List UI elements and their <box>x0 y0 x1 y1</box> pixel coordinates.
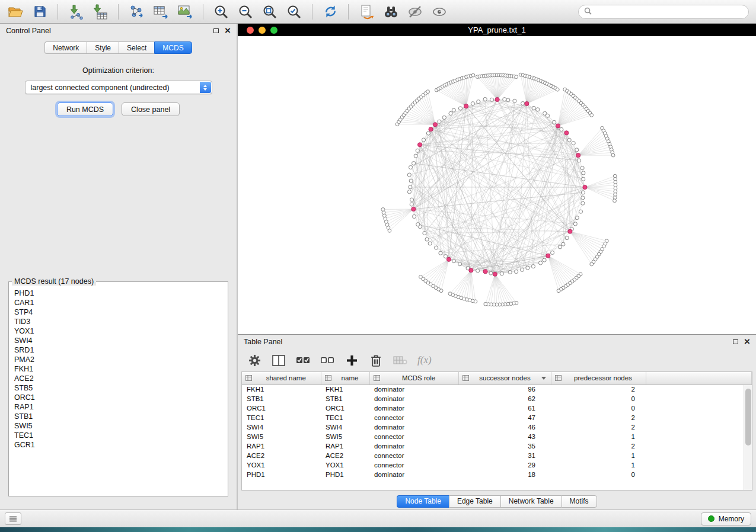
column-header-name[interactable]: name <box>321 372 369 384</box>
add-column-plus-icon[interactable] <box>344 353 359 367</box>
window-minimize-button[interactable] <box>259 27 266 34</box>
hide-details-icon[interactable] <box>407 4 423 20</box>
column-header-mcds-role[interactable]: MCDS role <box>369 372 458 384</box>
cell-predecessor-nodes[interactable]: 0 <box>551 394 646 403</box>
export-network-icon[interactable] <box>128 4 145 20</box>
cell-predecessor-nodes[interactable]: 0 <box>551 470 646 479</box>
function-builder-icon[interactable]: f(x) <box>417 354 432 366</box>
column-header-successor-nodes[interactable]: successor nodes <box>458 372 551 384</box>
zoom-in-icon[interactable] <box>213 4 229 20</box>
cell-mcds-role[interactable]: dominator <box>369 394 458 403</box>
cell-successor-nodes[interactable]: 96 <box>458 384 551 394</box>
cell-successor-nodes[interactable]: 31 <box>458 451 551 460</box>
cell-shared-name[interactable]: FKH1 <box>242 384 321 394</box>
mcds-result-item[interactable]: CAR1 <box>14 298 222 307</box>
cell-name[interactable]: FKH1 <box>321 384 369 394</box>
table-row[interactable]: ACE2 ACE2 connector 31 1 <box>242 451 752 460</box>
delete-table-icon[interactable] <box>393 353 407 367</box>
tab-node-table[interactable]: Node Table <box>397 495 449 508</box>
cell-successor-nodes[interactable]: 46 <box>458 422 551 432</box>
mcds-result-item[interactable]: RAP1 <box>14 402 222 412</box>
select-all-icon[interactable] <box>296 353 310 367</box>
cell-name[interactable]: YOX1 <box>321 460 369 470</box>
float-table-panel-icon[interactable] <box>733 339 738 344</box>
window-close-button[interactable] <box>247 27 254 34</box>
delete-column-trash-icon[interactable] <box>369 353 383 367</box>
mcds-result-item[interactable]: STB1 <box>14 412 222 421</box>
cell-successor-nodes[interactable]: 47 <box>458 413 551 422</box>
mcds-result-item[interactable]: ORC1 <box>14 393 222 402</box>
table-row[interactable]: TEC1 TEC1 connector 47 2 <box>242 413 752 422</box>
cell-shared-name[interactable]: SWI5 <box>242 432 321 441</box>
table-row[interactable]: YOX1 YOX1 connector 29 1 <box>242 460 752 470</box>
cell-shared-name[interactable]: YOX1 <box>242 460 321 470</box>
cell-name[interactable]: STB1 <box>321 394 369 403</box>
cell-name[interactable]: SWI5 <box>321 432 369 441</box>
mcds-result-item[interactable]: SWI5 <box>14 421 222 431</box>
memory-button[interactable]: Memory <box>701 512 751 525</box>
close-panel-button[interactable]: Close panel <box>122 102 180 116</box>
status-menu-button[interactable] <box>5 512 21 525</box>
tab-select[interactable]: Select <box>119 41 154 54</box>
cell-predecessor-nodes[interactable]: 0 <box>551 403 646 413</box>
cell-name[interactable]: ACE2 <box>321 451 369 460</box>
cell-shared-name[interactable]: STB1 <box>242 394 321 403</box>
scrollbar-thumb[interactable] <box>745 389 751 446</box>
cell-mcds-role[interactable]: dominator <box>369 384 458 394</box>
close-table-panel-icon[interactable]: × <box>744 338 750 345</box>
refresh-icon[interactable] <box>322 4 339 20</box>
cell-predecessor-nodes[interactable]: 1 <box>551 460 646 470</box>
cell-successor-nodes[interactable]: 61 <box>458 403 551 413</box>
sort-descending-icon[interactable] <box>541 377 546 380</box>
cell-mcds-role[interactable]: connector <box>369 432 458 441</box>
export-image-icon[interactable] <box>177 4 193 20</box>
tab-network[interactable]: Network <box>44 41 87 54</box>
mcds-result-item[interactable]: TID3 <box>14 317 222 326</box>
table-row[interactable]: PHD1 PHD1 dominator 18 0 <box>242 470 752 479</box>
optimization-criterion-select[interactable]: largest connected component (undirected) <box>25 81 212 94</box>
cell-shared-name[interactable]: PHD1 <box>242 470 321 479</box>
search-binoculars-icon[interactable] <box>382 4 399 20</box>
mcds-result-item[interactable]: FKH1 <box>14 364 222 374</box>
cell-predecessor-nodes[interactable]: 2 <box>551 384 646 394</box>
cell-mcds-role[interactable]: dominator <box>369 441 458 451</box>
mcds-result-item[interactable]: TEC1 <box>14 431 222 440</box>
cell-shared-name[interactable]: ACE2 <box>242 451 321 460</box>
import-table-file-icon[interactable] <box>92 4 109 20</box>
mcds-result-item[interactable]: YOX1 <box>14 326 222 336</box>
cell-name[interactable]: SWI4 <box>321 422 369 432</box>
mcds-result-item[interactable]: SWI4 <box>14 336 222 345</box>
cell-shared-name[interactable]: SWI4 <box>242 422 321 432</box>
mcds-result-item[interactable]: STP4 <box>14 307 222 317</box>
clone-network-icon[interactable] <box>358 4 375 20</box>
cell-mcds-role[interactable]: connector <box>369 451 458 460</box>
mcds-result-item[interactable]: GCR1 <box>14 440 222 450</box>
mcds-result-item[interactable]: ACE2 <box>14 374 222 383</box>
zoom-fit-icon[interactable] <box>261 4 278 20</box>
tab-mcds[interactable]: MCDS <box>154 41 192 54</box>
cell-name[interactable]: RAP1 <box>321 441 369 451</box>
close-panel-icon[interactable]: × <box>225 27 231 34</box>
cell-name[interactable]: PHD1 <box>321 470 369 479</box>
cell-successor-nodes[interactable]: 43 <box>458 432 551 441</box>
cell-predecessor-nodes[interactable]: 2 <box>551 422 646 432</box>
cell-successor-nodes[interactable]: 62 <box>458 394 551 403</box>
table-row[interactable]: SWI5 SWI5 connector 43 1 <box>242 432 752 441</box>
cell-mcds-role[interactable]: connector <box>369 460 458 470</box>
mcds-result-item[interactable]: SRD1 <box>14 345 222 355</box>
table-row[interactable]: SWI4 SWI4 dominator 46 2 <box>242 422 752 432</box>
deselect-all-icon[interactable] <box>320 353 334 367</box>
table-row[interactable]: RAP1 RAP1 dominator 35 2 <box>242 441 752 451</box>
table-row[interactable]: STB1 STB1 dominator 62 0 <box>242 394 752 403</box>
mcds-result-item[interactable]: STB5 <box>14 383 222 393</box>
tab-style[interactable]: Style <box>87 41 119 54</box>
cell-mcds-role[interactable]: connector <box>369 413 458 422</box>
window-zoom-button[interactable] <box>270 27 277 34</box>
cell-shared-name[interactable]: ORC1 <box>242 403 321 413</box>
table-row[interactable]: ORC1 ORC1 dominator 61 0 <box>242 403 752 413</box>
cell-name[interactable]: ORC1 <box>321 403 369 413</box>
table-settings-gear-icon[interactable] <box>247 353 261 367</box>
column-header-shared-name[interactable]: shared name <box>242 372 321 384</box>
cell-successor-nodes[interactable]: 18 <box>458 470 551 479</box>
open-folder-icon[interactable] <box>7 4 24 20</box>
